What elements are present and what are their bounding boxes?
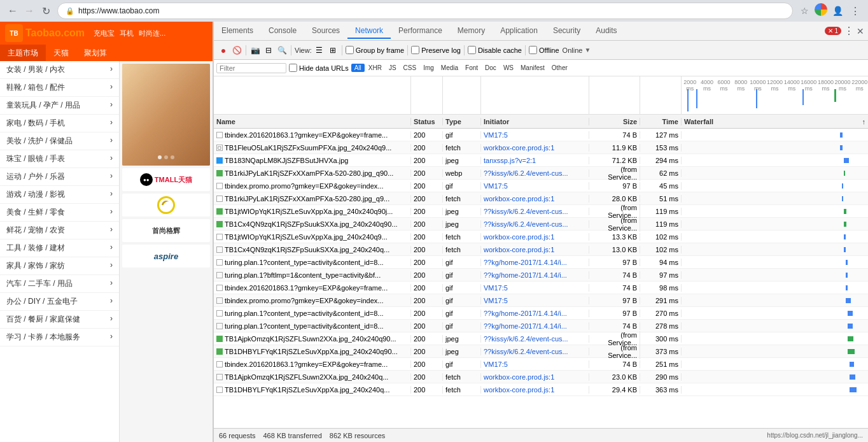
sidebar-item-8[interactable]: 游戏 / 动漫 / 影视› (0, 186, 119, 204)
sidebar-item-13[interactable]: 汽车 / 二手车 / 用品› (0, 275, 119, 293)
table-row[interactable]: turing.plan.1?bftlmp=1&content_type=acti… (214, 269, 868, 282)
table-row[interactable]: TB183NQapLM8KJjSZFBSutJHVXa.jpg 200 jpeg… (214, 154, 868, 167)
filter-font[interactable]: Font (462, 64, 481, 72)
filter-other[interactable]: Other (549, 64, 571, 72)
star-button[interactable]: ☆ (797, 3, 812, 18)
table-row[interactable]: TB1Cx4QN9zqK1RjSZFpSuukSXXa.jpg_240x240q… (214, 218, 868, 231)
error-badge: ✕ 1 (825, 27, 841, 35)
address-bar[interactable]: 🔒 https://www.taobao.com (57, 3, 793, 19)
tab-memory[interactable]: Memory (450, 24, 493, 39)
col-header-size[interactable]: Size (589, 118, 640, 125)
table-row[interactable]: tbindex.2016201863.1?gmkey=EXP&gokey=fra… (214, 129, 868, 141)
table-row[interactable]: tbindex.2016201863.1?gmkey=EXP&gokey=fra… (214, 358, 868, 371)
table-row[interactable]: TB1Cx4QN9zqK1RjSZFpSuukSXXa.jpg_240x240q… (214, 243, 868, 256)
table-row[interactable]: tbindex.2016201863.1?gmkey=EXP&gokey=fra… (214, 282, 868, 294)
nav-item-juhuasuan[interactable]: 聚划算 (76, 45, 115, 61)
table-row[interactable]: ◻ TB1FleuO5LaK1RjSZFxSuumPFXa.jpg_240x24… (214, 141, 868, 154)
devtools-more-button[interactable]: ⋮ (844, 25, 854, 37)
preserve-log-checkbox[interactable] (411, 46, 419, 54)
col-header-type[interactable]: Type (443, 118, 481, 125)
clear-button[interactable]: 🚫 (231, 45, 242, 56)
site-body: 女装 / 男装 / 内衣› 鞋靴 / 箱包 / 配件› 童装玩具 / 孕产 / … (0, 61, 213, 442)
sidebar-item-11[interactable]: 工具 / 装修 / 建材› (0, 239, 119, 257)
table-row[interactable]: TB1DHBYLFYqK1RjSZLeSuvXppXa.jpg_240x240q… (214, 383, 868, 396)
tab-application[interactable]: Application (493, 24, 545, 39)
group-by-frame-checkbox[interactable] (346, 46, 354, 54)
forward-button[interactable]: → (22, 3, 37, 18)
reload-button[interactable]: ↻ (38, 3, 53, 18)
tab-console[interactable]: Console (261, 24, 304, 39)
table-row[interactable]: TB1jtWIOpYqK1RjSZLeSuvXppXa.jpg_240x240q… (214, 231, 868, 243)
table-row[interactable]: turing.plan.1?content_type=activity&cont… (214, 307, 868, 320)
filter-all[interactable]: All (351, 64, 365, 72)
hide-data-urls-checkbox[interactable] (289, 64, 297, 72)
filter-js[interactable]: JS (386, 64, 400, 72)
nav-item-themes[interactable]: 主题市场 (0, 45, 46, 61)
requests-count: 66 requests (219, 432, 255, 439)
table-row[interactable]: tbindex.promo.promo?gmkey=EXP&gokey=inde… (214, 294, 868, 307)
tab-network[interactable]: Network (347, 24, 391, 39)
filter-doc[interactable]: Doc (482, 64, 500, 72)
transferred-size: 468 KB transferred (263, 432, 321, 439)
table-row[interactable]: TB1DHBYLFYqK1RjSZLeSuvXppXa.jpg_240x240q… (214, 345, 868, 358)
sidebar-item-1[interactable]: 女装 / 男装 / 内衣› (0, 61, 119, 79)
table-row[interactable]: TB1AjpkOmzqK1RjSZFLSuwn2XXa.jpg_240x240q… (214, 332, 868, 345)
col-header-name[interactable]: Name (214, 118, 411, 125)
tab-security[interactable]: Security (545, 24, 588, 39)
sidebar-item-3[interactable]: 童装玩具 / 孕产 / 用品› (0, 97, 119, 115)
table-row[interactable]: TB1rkiJPyLaK1RjSZFxXXamPFXa-520-280.jpg_… (214, 167, 868, 180)
view-screenshot-button[interactable]: ⊞ (327, 45, 339, 56)
table-row[interactable]: TB1jtWIOpYqK1RjSZLeSuvXppXa.jpg_240x240q… (214, 205, 868, 218)
filter-input[interactable] (216, 63, 286, 73)
sidebar-item-4[interactable]: 家电 / 数码 / 手机› (0, 115, 119, 132)
table-row[interactable]: turing.plan.1?content_type=activity&cont… (214, 256, 868, 269)
profile-button[interactable]: 👤 (830, 3, 845, 18)
search-button[interactable]: 🔍 (276, 45, 288, 56)
table-row[interactable]: TB1rkiJPyLaK1RjSZFxXXamPFXa-520-280.jpg_… (214, 192, 868, 205)
offline-checkbox[interactable] (529, 46, 537, 54)
devtools-close-button[interactable]: ✕ (857, 26, 864, 36)
col-header-waterfall[interactable]: Waterfall ↑ (682, 118, 868, 125)
sidebar-item-16[interactable]: 学习 / 卡券 / 本地服务› (0, 329, 119, 346)
hide-data-urls-label[interactable]: Hide data URLs (289, 64, 349, 72)
resources-size: 862 KB resources (330, 432, 385, 439)
filter-xhr[interactable]: XHR (365, 64, 385, 72)
preserve-log-label[interactable]: Preserve log (411, 46, 461, 54)
tab-sources[interactable]: Sources (304, 24, 347, 39)
view-list-button[interactable]: ☰ (314, 45, 325, 56)
camera-button[interactable]: 📷 (249, 45, 261, 56)
sidebar-item-7[interactable]: 运动 / 户外 / 乐器› (0, 168, 119, 186)
sidebar-item-9[interactable]: 美食 / 生鲜 / 零食› (0, 204, 119, 222)
sidebar-item-12[interactable]: 家具 / 家饰 / 家纺› (0, 257, 119, 275)
nav-item-tmall[interactable]: 天猫 (46, 45, 76, 61)
sidebar-item-14[interactable]: 办公 / DIY / 五金电子› (0, 293, 119, 311)
sidebar-item-6[interactable]: 珠宝 / 眼镜 / 手表› (0, 150, 119, 168)
filter-css[interactable]: CSS (400, 64, 420, 72)
sidebar-item-5[interactable]: 美妆 / 洗护 / 保健品› (0, 132, 119, 150)
table-row[interactable]: TB1AjpkOmzqK1RjSZFLSuwn2XXa.jpg_240x240q… (214, 371, 868, 383)
col-header-time[interactable]: Time (640, 118, 682, 125)
menu-button[interactable]: ⋮ (848, 3, 863, 18)
tab-elements[interactable]: Elements (214, 24, 261, 39)
table-row[interactable]: tbindex.promo.promo?gmkey=EXP&gokey=inde… (214, 180, 868, 192)
sidebar-item-2[interactable]: 鞋靴 / 箱包 / 配件› (0, 79, 119, 97)
col-header-initiator[interactable]: Initiator (481, 118, 589, 125)
col-header-status[interactable]: Status (411, 118, 443, 125)
offline-label[interactable]: Offline (529, 46, 559, 54)
disable-cache-checkbox[interactable] (468, 46, 476, 54)
website-panel: TB Taobao.com 充电宝 耳机 时尚连... 主题市场 天猫 聚划算 … (0, 22, 213, 442)
sidebar-item-15[interactable]: 百货 / 餐厨 / 家庭保健› (0, 311, 119, 329)
filter-img[interactable]: Img (420, 64, 437, 72)
tab-performance[interactable]: Performance (391, 24, 450, 39)
group-by-frame-label[interactable]: Group by frame (346, 46, 404, 54)
sidebar-item-10[interactable]: 鲜花 / 宠物 / 农资› (0, 222, 119, 239)
record-button[interactable]: ● (218, 45, 229, 56)
disable-cache-label[interactable]: Disable cache (468, 46, 522, 54)
filter-ws[interactable]: WS (500, 64, 517, 72)
filter-toggle-button[interactable]: ⊟ (263, 45, 274, 56)
filter-media[interactable]: Media (438, 64, 461, 72)
filter-manifest[interactable]: Manifest (517, 64, 548, 72)
table-row[interactable]: turing.plan.1?content_type=activity&cont… (214, 320, 868, 332)
back-button[interactable]: ← (5, 3, 20, 18)
tab-audits[interactable]: Audits (588, 24, 624, 39)
